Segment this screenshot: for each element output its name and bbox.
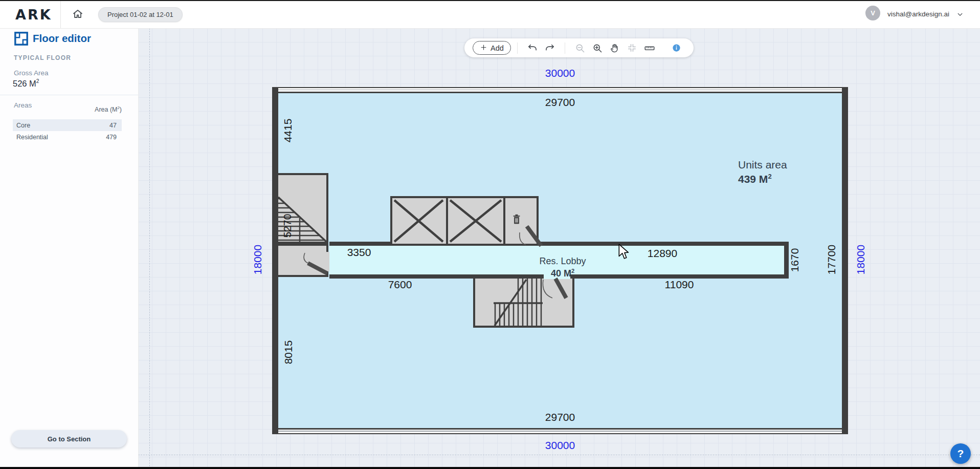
user-email: vishal@arkdesign.ai bbox=[887, 10, 949, 18]
mouse-cursor bbox=[618, 244, 631, 260]
home-icon bbox=[72, 8, 84, 22]
table-row-core[interactable]: Core 47 bbox=[13, 119, 122, 131]
pan-hand-button[interactable] bbox=[610, 43, 620, 53]
wall-right[interactable] bbox=[842, 87, 848, 434]
gross-area-value: 526 M2 bbox=[13, 78, 39, 89]
undo-button[interactable] bbox=[527, 43, 538, 53]
area-row-name: Residential bbox=[16, 134, 48, 141]
door-vestibule bbox=[301, 250, 331, 278]
zoom-in-icon bbox=[592, 43, 603, 53]
measure-button[interactable] bbox=[644, 43, 655, 53]
dim-bottom-overall: 30000 bbox=[545, 439, 575, 452]
dim-corridor-left: 3350 bbox=[347, 246, 371, 259]
dim-bottom-inner: 29700 bbox=[545, 411, 575, 423]
collapse-arrows-icon bbox=[627, 43, 637, 53]
fit-view-button[interactable] bbox=[627, 43, 637, 53]
wall-top-windows[interactable] bbox=[278, 87, 842, 93]
area-row-value: 479 bbox=[106, 134, 117, 141]
redo-button[interactable] bbox=[545, 43, 555, 53]
dim-below-corridor-left: 7600 bbox=[388, 279, 412, 291]
dim-left-bottom: 8015 bbox=[282, 340, 295, 365]
floor-type-label: TYPICAL FLOOR bbox=[14, 54, 71, 61]
dashed-guide-vertical bbox=[149, 28, 150, 469]
res-lobby-label: Res. Lobby 40 M2 bbox=[539, 257, 586, 279]
zoom-out-button[interactable] bbox=[575, 43, 585, 53]
dim-right-inner: 17700 bbox=[826, 245, 838, 274]
dim-below-corridor-right: 11090 bbox=[665, 279, 694, 291]
toolbar-separator bbox=[517, 42, 518, 54]
dim-right-overall: 18000 bbox=[855, 245, 867, 274]
canvas-toolbar: Add bbox=[464, 38, 694, 57]
project-breadcrumb[interactable]: Project 01-02 at 12-01 bbox=[98, 7, 183, 22]
info-icon bbox=[672, 43, 681, 53]
redo-icon bbox=[545, 43, 555, 53]
door-trash-room bbox=[515, 221, 545, 250]
res-lobby-title: Res. Lobby bbox=[539, 257, 586, 266]
table-row-residential[interactable]: Residential 479 bbox=[13, 131, 122, 143]
areas-table: Core 47 Residential 479 bbox=[13, 119, 122, 143]
areas-column-header: Area (M2) bbox=[13, 105, 122, 113]
floor-editor-canvas[interactable]: Add bbox=[138, 28, 980, 469]
floor-plan-icon bbox=[14, 32, 28, 46]
dim-corridor-right: 12890 bbox=[648, 247, 677, 260]
help-button[interactable]: ? bbox=[950, 443, 971, 464]
add-button-label: Add bbox=[491, 44, 504, 52]
window-bottom-edge bbox=[0, 467, 980, 469]
header-divider bbox=[60, 0, 61, 28]
page-title: Floor editor bbox=[33, 32, 91, 45]
avatar[interactable]: V bbox=[865, 6, 880, 20]
ruler-icon bbox=[644, 42, 655, 54]
corridor-end-wall[interactable] bbox=[784, 242, 789, 279]
home-button[interactable] bbox=[70, 6, 86, 23]
units-area-label: Units area 439 M2 bbox=[738, 159, 787, 185]
dim-stair-height: 5270 bbox=[281, 214, 294, 238]
dim-top-inner: 29700 bbox=[545, 96, 575, 109]
undo-icon bbox=[527, 43, 538, 53]
sidebar: Floor editor TYPICAL FLOOR Gross Area 52… bbox=[0, 28, 139, 469]
hand-icon bbox=[610, 43, 620, 53]
res-lobby-value: 40 M2 bbox=[539, 266, 586, 279]
sidebar-divider bbox=[0, 95, 138, 95]
units-area-title: Units area bbox=[738, 159, 787, 170]
wall-bottom-windows[interactable] bbox=[278, 428, 842, 434]
area-row-name: Core bbox=[16, 122, 30, 129]
brand-logo[interactable]: ARK bbox=[15, 7, 52, 23]
go-to-section-button[interactable]: Go to Section bbox=[11, 430, 127, 447]
top-bar: ARK Project 01-02 at 12-01 V vishal@arkd… bbox=[0, 0, 980, 29]
units-area-value: 439 M2 bbox=[738, 170, 787, 185]
corridor-wall-bottom-right[interactable] bbox=[569, 274, 789, 279]
zoom-in-button[interactable] bbox=[592, 43, 603, 53]
toolbar-separator bbox=[565, 42, 565, 54]
area-row-value: 47 bbox=[109, 122, 117, 129]
window-top-edge bbox=[0, 0, 980, 1]
plus-icon bbox=[480, 44, 487, 53]
zoom-out-icon bbox=[575, 43, 585, 53]
add-button[interactable]: Add bbox=[473, 41, 511, 55]
dim-left-top: 4415 bbox=[282, 119, 294, 143]
dim-left-overall: 18000 bbox=[252, 245, 264, 274]
gross-area-label: Gross Area bbox=[14, 69, 49, 77]
dashed-guide-horizontal bbox=[138, 455, 980, 455]
dim-corridor-width: 1670 bbox=[789, 248, 801, 272]
info-button[interactable] bbox=[672, 43, 682, 53]
chevron-down-icon[interactable] bbox=[955, 10, 965, 19]
dim-top-overall: 30000 bbox=[545, 67, 575, 79]
